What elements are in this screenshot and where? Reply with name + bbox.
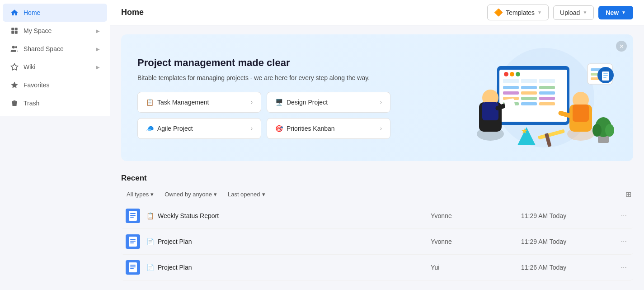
sidebar-item-sharedspace[interactable]: Shared Space ▶ [3, 40, 107, 58]
new-arrow: ▼ [621, 10, 626, 15]
row-doc-icon [125, 259, 141, 276]
type-filter-arrow: ▾ [150, 191, 154, 198]
banner-close-button[interactable]: ✕ [616, 41, 627, 52]
chevron-right-icon: › [380, 125, 382, 132]
sidebar-item-favorites[interactable]: Favorites [3, 76, 107, 94]
svg-rect-59 [130, 213, 136, 214]
row-prefix-emoji: 📋 [146, 212, 154, 219]
row-owner: Yvonne [431, 212, 521, 219]
page-title: Home [121, 8, 144, 17]
svg-rect-70 [130, 266, 136, 267]
more-options-button[interactable]: ··· [618, 236, 630, 247]
row-date: 11:26 AM Today [521, 264, 611, 271]
new-label: New [606, 9, 619, 16]
svg-rect-14 [503, 79, 519, 83]
sharedspace-icon [10, 44, 19, 53]
row-owner: Yui [431, 264, 521, 271]
grid-view-icon[interactable]: ⊞ [625, 190, 631, 199]
svg-rect-10 [499, 70, 567, 122]
header: Home 🔶 Templates ▼ Upload ▼ New ▼ [110, 0, 644, 25]
svg-point-13 [516, 72, 520, 76]
sidebar-item-myspace[interactable]: My Space ▶ [3, 22, 107, 40]
recent-title: Recent [121, 174, 633, 183]
svg-rect-66 [130, 242, 134, 243]
header-actions: 🔶 Templates ▼ Upload ▼ New ▼ [487, 5, 633, 20]
templates-label: Templates [506, 9, 535, 16]
svg-rect-20 [503, 91, 519, 95]
expand-icon: ▶ [96, 47, 100, 52]
chevron-right-icon: › [251, 99, 253, 105]
svg-point-4 [12, 46, 15, 48]
sidebar-item-trash[interactable]: Trash [3, 94, 107, 112]
favorites-icon [10, 81, 19, 90]
svg-rect-28 [539, 102, 555, 105]
banner-card-task-management[interactable]: 📋 Task Management › [137, 92, 261, 113]
svg-rect-19 [539, 86, 555, 89]
filter-group: All types ▾ Owned by anyone ▾ Last opene… [123, 189, 269, 200]
banner-heading: Project management made clear [137, 57, 390, 69]
owner-filter[interactable]: Owned by anyone ▾ [161, 189, 221, 200]
row-owner: Yvonne [431, 238, 521, 245]
recent-section: Recent All types ▾ Owned by anyone ▾ Las… [121, 174, 633, 280]
svg-rect-22 [539, 91, 555, 95]
type-filter[interactable]: All types ▾ [123, 189, 157, 200]
row-prefix-emoji: 📄 [146, 264, 154, 271]
agile-project-label: Agile Project [157, 125, 193, 132]
more-options-button[interactable]: ··· [618, 210, 630, 222]
svg-rect-65 [130, 241, 136, 242]
svg-rect-15 [521, 79, 537, 83]
main-content: Home 🔶 Templates ▼ Upload ▼ New ▼ ✕ Proj… [110, 0, 644, 290]
sidebar-item-home[interactable]: Home [3, 4, 107, 22]
sidebar-item-wiki[interactable]: Wiki ▶ [3, 58, 107, 76]
recent-table: 📋 Weekly Status Report Yvonne 11:29 AM T… [121, 203, 633, 280]
svg-rect-69 [130, 265, 136, 266]
date-filter[interactable]: Last opened ▾ [224, 189, 269, 200]
myspace-icon [10, 26, 19, 35]
svg-rect-16 [539, 79, 555, 83]
table-row[interactable]: 📋 Weekly Status Report Yvonne 11:29 AM T… [121, 203, 633, 229]
sidebar-item-label: Shared Space [24, 45, 64, 52]
svg-rect-0 [11, 28, 14, 30]
banner-text-section: Project management made clear Bitable te… [137, 57, 390, 139]
date-filter-label: Last opened [228, 191, 260, 198]
row-actions: ··· [611, 210, 630, 222]
svg-point-52 [605, 124, 614, 137]
table-row[interactable]: 📄 Project Plan Yvonne 11:29 AM Today ··· [121, 229, 633, 255]
recent-filters: All types ▾ Owned by anyone ▾ Last opene… [121, 189, 633, 200]
banner-card-agile-project[interactable]: 🧢 Agile Project › [137, 118, 261, 139]
expand-icon: ▶ [96, 65, 100, 70]
sidebar-item-label: Trash [24, 100, 39, 107]
row-name-text: Weekly Status Report [158, 212, 219, 219]
banner-card-design-project[interactable]: 🖥️ Design Project › [267, 92, 390, 113]
expand-icon: ▶ [96, 29, 100, 33]
priorities-kanban-label: Priorities Kanban [287, 125, 335, 132]
svg-rect-71 [130, 268, 134, 269]
svg-rect-18 [521, 86, 537, 89]
svg-rect-25 [539, 97, 555, 100]
svg-rect-27 [521, 102, 537, 105]
sidebar-item-label: Wiki [24, 63, 35, 71]
banner-card-priorities-kanban[interactable]: 🎯 Priorities Kanban › [267, 118, 390, 139]
banner-subtext: Bitable templates for managing projects … [137, 73, 390, 83]
trash-icon [10, 99, 19, 108]
svg-rect-38 [573, 105, 589, 122]
more-options-button[interactable]: ··· [618, 261, 630, 273]
row-actions: ··· [611, 236, 630, 247]
banner-cards: 📋 Task Management › 🖥️ Design Project › [137, 92, 390, 139]
new-button[interactable]: New ▼ [598, 6, 633, 19]
templates-button[interactable]: 🔶 Templates ▼ [487, 5, 549, 20]
row-prefix-emoji: 📄 [146, 238, 154, 245]
type-filter-label: All types [127, 191, 149, 198]
templates-icon: 🔶 [494, 8, 503, 17]
svg-rect-32 [482, 102, 498, 120]
sidebar-item-label: Home [24, 9, 40, 16]
upload-label: Upload [560, 9, 580, 16]
upload-button[interactable]: Upload ▼ [553, 5, 594, 20]
svg-point-11 [504, 72, 508, 76]
svg-point-51 [592, 124, 602, 137]
banner-illustration [454, 43, 617, 152]
svg-rect-24 [521, 97, 537, 100]
date-filter-arrow: ▾ [262, 191, 265, 198]
table-row[interactable]: 📄 Project Plan Yui 11:26 AM Today ··· [121, 255, 633, 280]
sidebar-item-label: Favorites [24, 81, 50, 89]
